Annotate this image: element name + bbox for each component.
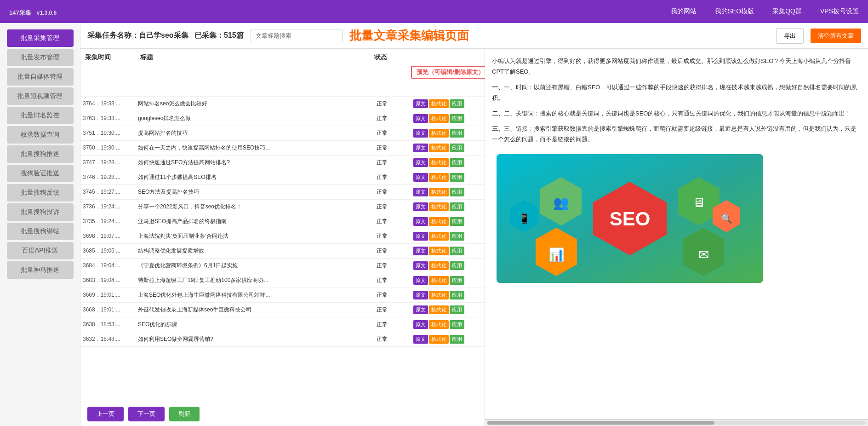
action-yuan[interactable]: 原文: [413, 291, 428, 299]
nav-vps-dial[interactable]: VPS拨号设置: [820, 7, 859, 16]
search-input[interactable]: [251, 29, 343, 42]
action-yingye[interactable]: 应用: [450, 217, 464, 226]
action-yingye[interactable]: 应用: [450, 188, 464, 196]
cell-status: 正常: [374, 157, 411, 168]
nav-seo-template[interactable]: 我的SEO模版: [715, 7, 754, 16]
action-yuan[interactable]: 原文: [413, 158, 428, 167]
action-yuan[interactable]: 原文: [413, 99, 428, 108]
action-geshi[interactable]: 格式化: [429, 158, 449, 167]
action-yingye[interactable]: 应用: [450, 202, 464, 211]
action-yingye[interactable]: 应用: [450, 144, 464, 152]
action-yingye[interactable]: 应用: [450, 305, 464, 314]
cell-title[interactable]: 如何快速通过SEO方法提高网站排名?: [136, 157, 374, 168]
action-geshi[interactable]: 格式化: [429, 129, 449, 138]
cell-time: 3763．19:33:...: [80, 113, 136, 124]
action-geshi[interactable]: 格式化: [429, 305, 449, 314]
action-yingye[interactable]: 应用: [450, 99, 464, 108]
sidebar-item-batch-collect[interactable]: 批量采集管理: [7, 29, 74, 47]
action-yingye[interactable]: 应用: [450, 247, 464, 255]
export-button[interactable]: 导出: [776, 28, 804, 44]
cell-title[interactable]: 《宁夏优化营商环境条例》6月1日起实施: [136, 260, 374, 271]
action-yuan[interactable]: 原文: [413, 188, 428, 196]
scroll-thumb[interactable]: [487, 421, 714, 425]
action-yingye[interactable]: 应用: [450, 276, 464, 285]
action-yingye[interactable]: 应用: [450, 320, 464, 329]
action-yuan[interactable]: 原文: [413, 305, 428, 314]
action-yingye[interactable]: 应用: [450, 158, 464, 167]
action-yuan[interactable]: 原文: [413, 335, 428, 344]
nav-qq-group[interactable]: 采集QQ群: [772, 7, 802, 16]
preview-content[interactable]: 小编认为就是通过引擎，得到好的，获得更多网站度我们称作流量，最后成成交。那么到底…: [485, 49, 868, 419]
sidebar-item-sogou-complaint[interactable]: 批量搜狗投诉: [7, 203, 74, 221]
action-yuan[interactable]: 原文: [413, 217, 428, 226]
sidebar-item-record-query[interactable]: 收录数据查询: [7, 126, 74, 144]
sidebar-item-batch-publish[interactable]: 批量发布管理: [7, 49, 74, 66]
sidebar-item-sogou-feedback[interactable]: 批量搜狗反馈: [7, 184, 74, 201]
clear-all-button[interactable]: 清空所有文章: [811, 29, 861, 43]
sidebar-item-batch-rank[interactable]: 批量排名监控: [7, 107, 74, 124]
action-geshi[interactable]: 格式化: [429, 320, 449, 329]
action-yuan[interactable]: 原文: [413, 247, 428, 255]
action-geshi[interactable]: 格式化: [429, 232, 449, 241]
action-yuan[interactable]: 原文: [413, 320, 428, 329]
cell-status: 正常: [374, 334, 411, 345]
cell-title[interactable]: 结构调整优化发展提质增效: [136, 245, 374, 257]
action-geshi[interactable]: 格式化: [429, 202, 449, 211]
cell-title[interactable]: 提高网站排名的技巧: [136, 127, 374, 139]
cell-title[interactable]: 如何通过11个步骤提高SEO排名: [136, 172, 374, 183]
sidebar-item-baidu-api[interactable]: 百度API推送: [7, 242, 74, 259]
action-geshi[interactable]: 格式化: [429, 99, 449, 108]
preview-scrollbar[interactable]: [485, 419, 868, 426]
action-yingye[interactable]: 应用: [450, 261, 464, 270]
action-yuan[interactable]: 原文: [413, 114, 428, 123]
action-yuan[interactable]: 原文: [413, 232, 428, 241]
sidebar-item-batch-media[interactable]: 批量自媒体管理: [7, 68, 74, 86]
next-page-button[interactable]: 下一页: [128, 407, 165, 421]
action-geshi[interactable]: 格式化: [429, 335, 449, 344]
cell-title[interactable]: 网站排名seo怎么做会比较好: [136, 98, 374, 109]
sidebar-item-sogou-push[interactable]: 批量搜狗推送: [7, 145, 74, 163]
action-yuan[interactable]: 原文: [413, 276, 428, 285]
table-row-highlighted: 3638．18:53:... SEO优化的步骤 正常 原文 格式化 应用: [80, 317, 485, 332]
action-yuan[interactable]: 原文: [413, 173, 428, 182]
cell-title[interactable]: 上海SEO优化外包上海牛巨微网络科技有限公司站群...: [136, 289, 374, 301]
action-geshi[interactable]: 格式化: [429, 188, 449, 196]
prev-page-button[interactable]: 上一页: [87, 407, 124, 421]
sidebar-item-batch-video[interactable]: 批量短视频管理: [7, 87, 74, 105]
action-yingye[interactable]: 应用: [450, 114, 464, 123]
cell-status: 正常: [374, 275, 411, 286]
cell-title[interactable]: 外链代发包收录上海新媒体seo牛巨微科技公司: [136, 304, 374, 316]
cell-title[interactable]: SEO方法及提高排名技巧: [136, 186, 374, 198]
sidebar-item-shenma[interactable]: 批量神马推送: [7, 261, 74, 279]
action-geshi[interactable]: 格式化: [429, 276, 449, 285]
action-yingye[interactable]: 应用: [450, 232, 464, 241]
refresh-button[interactable]: 刷新: [169, 407, 200, 421]
action-geshi[interactable]: 格式化: [429, 173, 449, 182]
cell-title[interactable]: SEO优化的步骤: [136, 319, 374, 330]
action-yingye[interactable]: 应用: [450, 291, 464, 299]
action-geshi[interactable]: 格式化: [429, 114, 449, 123]
action-geshi[interactable]: 格式化: [429, 217, 449, 226]
scroll-track[interactable]: [487, 421, 866, 425]
cell-title[interactable]: 如何利用SEO做全网霸屏营销?: [136, 334, 374, 345]
sidebar-item-sogou-bind[interactable]: 批量搜狗绑站: [7, 223, 74, 240]
action-geshi[interactable]: 格式化: [429, 291, 449, 299]
action-yuan[interactable]: 原文: [413, 129, 428, 138]
action-geshi[interactable]: 格式化: [429, 261, 449, 270]
action-yingye[interactable]: 应用: [450, 173, 464, 182]
action-geshi[interactable]: 格式化: [429, 144, 449, 152]
sidebar-item-sogou-verify[interactable]: 搜狗验证推送: [7, 165, 74, 182]
cell-title[interactable]: googleseo排名怎么做: [136, 113, 374, 124]
cell-title[interactable]: 亚马逊SEO提高产品排名的终极指南: [136, 216, 374, 227]
cell-title[interactable]: 上海法院判决'负面压制业务'合同违法: [136, 230, 374, 242]
cell-title[interactable]: 特斯拉上海超级工厂19日复工推动100多家供应商协...: [136, 275, 374, 286]
cell-title[interactable]: 如何在一天之内，快速提高网站排名的使用SEO技巧...: [136, 142, 374, 154]
action-yuan[interactable]: 原文: [413, 202, 428, 211]
action-geshi[interactable]: 格式化: [429, 247, 449, 255]
nav-my-site[interactable]: 我的网站: [671, 7, 697, 16]
action-yuan[interactable]: 原文: [413, 261, 428, 270]
action-yuan[interactable]: 原文: [413, 144, 428, 152]
cell-title[interactable]: 分享一个2022新风口，抖音seo优化排名！: [136, 201, 374, 213]
action-yingye[interactable]: 应用: [450, 335, 464, 344]
action-yingye[interactable]: 应用: [450, 129, 464, 138]
